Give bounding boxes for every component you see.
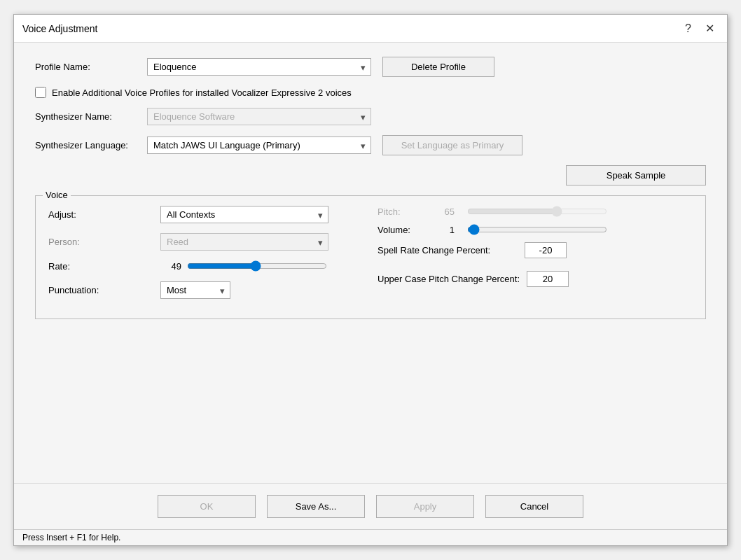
synth-name-wrapper: Eloquence Software bbox=[147, 108, 371, 125]
upper-case-input[interactable] bbox=[527, 271, 569, 287]
person-select: Reed bbox=[160, 233, 328, 251]
synthesizer-name-select: Eloquence Software bbox=[147, 108, 371, 125]
punctuation-label: Punctuation: bbox=[48, 285, 160, 295]
volume-value: 1 bbox=[434, 225, 455, 235]
adjust-select-wrapper: All Contexts bbox=[160, 206, 328, 223]
voice-group-title: Voice bbox=[43, 190, 71, 200]
person-row: Person: Reed bbox=[48, 233, 363, 251]
voice-right-column: Pitch: 65 Volume: 1 Spell Rate Change Pe… bbox=[363, 206, 693, 309]
punctuation-select-wrapper: Most Some None All bbox=[160, 281, 230, 299]
profile-select-wrapper: Eloquence bbox=[147, 58, 371, 76]
profile-name-label: Profile Name: bbox=[35, 62, 147, 72]
voice-section: Adjust: All Contexts Person: Reed bbox=[48, 206, 693, 309]
adjust-label: Adjust: bbox=[48, 209, 160, 220]
set-language-primary-button: Set Language as Primary bbox=[382, 135, 522, 155]
volume-row: Volume: 1 bbox=[378, 224, 693, 235]
cancel-button[interactable]: Cancel bbox=[485, 495, 583, 518]
pitch-label: Pitch: bbox=[378, 206, 427, 217]
synthesizer-language-select[interactable]: Match JAWS UI Language (Primary) bbox=[147, 136, 371, 154]
delete-profile-button[interactable]: Delete Profile bbox=[382, 57, 494, 77]
person-select-wrapper: Reed bbox=[160, 233, 328, 251]
dialog-title: Voice Adjustment bbox=[22, 23, 97, 34]
rate-row: Rate: 49 bbox=[48, 260, 363, 272]
speak-sample-button[interactable]: Speak Sample bbox=[566, 165, 706, 186]
synthesizer-language-label: Synthesizer Language: bbox=[35, 140, 147, 150]
spell-rate-input[interactable] bbox=[525, 242, 567, 258]
upper-case-row: Upper Case Pitch Change Percent: bbox=[378, 271, 693, 287]
status-text: Press Insert + F1 for Help. bbox=[22, 533, 120, 542]
volume-slider[interactable] bbox=[467, 224, 607, 235]
synthesizer-name-row: Synthesizer Name: Eloquence Software bbox=[35, 108, 706, 125]
dialog-footer: OK Save As... Apply Cancel bbox=[14, 483, 727, 529]
punctuation-select[interactable]: Most Some None All bbox=[160, 281, 230, 299]
adjust-select[interactable]: All Contexts bbox=[160, 206, 328, 223]
punctuation-row: Punctuation: Most Some None All bbox=[48, 281, 363, 299]
synth-lang-wrapper: Match JAWS UI Language (Primary) bbox=[147, 136, 371, 154]
rate-slider[interactable] bbox=[187, 260, 327, 272]
adjust-row: Adjust: All Contexts bbox=[48, 206, 363, 223]
voice-left-column: Adjust: All Contexts Person: Reed bbox=[48, 206, 363, 309]
synthesizer-language-row: Synthesizer Language: Match JAWS UI Lang… bbox=[35, 135, 706, 155]
close-button[interactable]: ✕ bbox=[701, 20, 719, 36]
ok-button: OK bbox=[158, 495, 256, 518]
title-bar-buttons: ? ✕ bbox=[681, 20, 719, 36]
enable-profiles-row: Enable Additional Voice Profiles for ins… bbox=[35, 87, 706, 98]
speak-sample-row: Speak Sample bbox=[35, 165, 706, 186]
voice-group-box: Voice Adjust: All Contexts bbox=[35, 195, 706, 319]
rate-label: Rate: bbox=[48, 261, 160, 272]
upper-case-label: Upper Case Pitch Change Percent: bbox=[378, 274, 520, 284]
apply-button: Apply bbox=[376, 495, 474, 518]
volume-label: Volume: bbox=[378, 225, 427, 235]
spell-rate-label: Spell Rate Change Percent: bbox=[378, 245, 518, 255]
pitch-value: 65 bbox=[434, 206, 455, 217]
rate-value: 49 bbox=[160, 261, 181, 272]
synthesizer-name-label: Synthesizer Name: bbox=[35, 111, 147, 122]
pitch-slider bbox=[467, 206, 607, 217]
help-button[interactable]: ? bbox=[681, 21, 695, 36]
save-as-button[interactable]: Save As... bbox=[267, 495, 365, 518]
profile-name-row: Profile Name: Eloquence Delete Profile bbox=[35, 57, 706, 77]
enable-profiles-label: Enable Additional Voice Profiles for ins… bbox=[52, 88, 352, 98]
dialog-content: Profile Name: Eloquence Delete Profile E… bbox=[14, 43, 727, 483]
title-bar: Voice Adjustment ? ✕ bbox=[14, 15, 727, 43]
enable-profiles-checkbox[interactable] bbox=[35, 87, 46, 98]
person-label: Person: bbox=[48, 237, 160, 247]
pitch-row: Pitch: 65 bbox=[378, 206, 693, 217]
status-bar: Press Insert + F1 for Help. bbox=[14, 529, 727, 545]
voice-adjustment-dialog: Voice Adjustment ? ✕ Profile Name: Eloqu… bbox=[13, 14, 728, 546]
profile-select[interactable]: Eloquence bbox=[147, 58, 371, 76]
spell-rate-row: Spell Rate Change Percent: bbox=[378, 242, 693, 258]
